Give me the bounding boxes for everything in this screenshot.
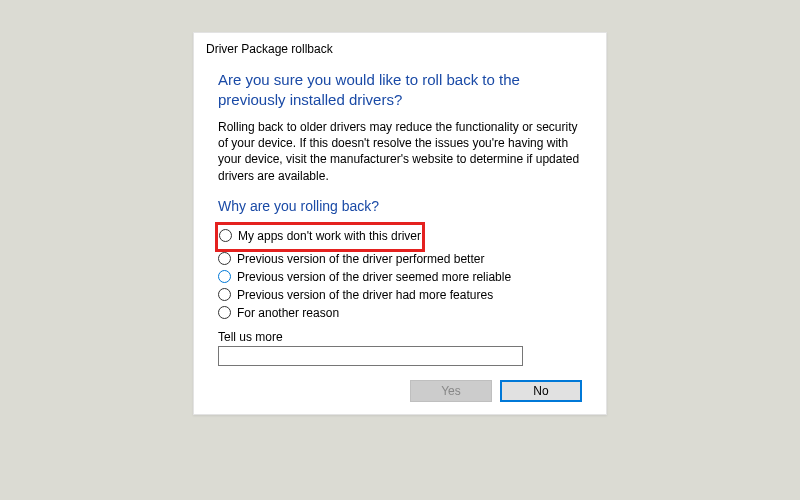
- highlight-box: My apps don't work with this driver: [215, 222, 425, 252]
- reason-option-more-reliable[interactable]: Previous version of the driver seemed mo…: [218, 270, 582, 284]
- driver-rollback-dialog: Driver Package rollback Are you sure you…: [193, 32, 607, 415]
- option-label: Previous version of the driver had more …: [237, 288, 493, 302]
- radio-icon: [218, 306, 231, 319]
- confirmation-question: Are you sure you would like to roll back…: [218, 70, 582, 109]
- warning-text: Rolling back to older drivers may reduce…: [218, 119, 582, 184]
- option-label: For another reason: [237, 306, 339, 320]
- tell-us-more-input[interactable]: [218, 346, 523, 366]
- yes-button: Yes: [410, 380, 492, 402]
- dialog-content: Are you sure you would like to roll back…: [206, 70, 594, 402]
- no-button[interactable]: No: [500, 380, 582, 402]
- reason-option-more-features[interactable]: Previous version of the driver had more …: [218, 288, 582, 302]
- reason-option-apps-dont-work[interactable]: My apps don't work with this driver: [219, 229, 421, 243]
- radio-icon: [218, 270, 231, 283]
- reason-option-another-reason[interactable]: For another reason: [218, 306, 582, 320]
- dialog-title: Driver Package rollback: [206, 42, 594, 56]
- radio-icon: [218, 288, 231, 301]
- option-label: Previous version of the driver seemed mo…: [237, 270, 511, 284]
- radio-icon: [219, 229, 232, 242]
- reason-heading: Why are you rolling back?: [218, 198, 582, 214]
- dialog-button-row: Yes No: [218, 380, 582, 402]
- option-label: My apps don't work with this driver: [238, 229, 421, 243]
- radio-icon: [218, 252, 231, 265]
- option-label: Previous version of the driver performed…: [237, 252, 484, 266]
- reason-option-performed-better[interactable]: Previous version of the driver performed…: [218, 252, 582, 266]
- tell-us-more-label: Tell us more: [218, 330, 582, 344]
